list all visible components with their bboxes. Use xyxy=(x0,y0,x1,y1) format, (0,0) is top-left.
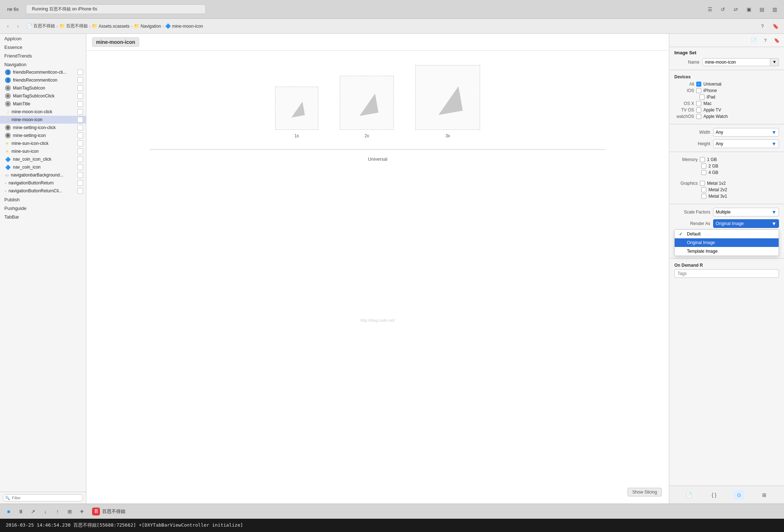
main-layout: AppIcon Essence FriendTrends Navigation … xyxy=(0,34,784,504)
sidebar-item-mine-moon-icon-click[interactable]: ☽ mine-moon-icon-click xyxy=(0,108,86,116)
layout-button[interactable]: ⊞ xyxy=(65,506,75,517)
dropdown-item-original[interactable]: Original Image xyxy=(675,238,779,247)
show-slicing-button[interactable]: Show Slicing xyxy=(628,488,662,496)
sidebar-item-mine-moon-icon[interactable]: ☽ mine-moon-icon xyxy=(0,116,86,124)
sidebar-group-pushguide[interactable]: Pushguide xyxy=(0,203,86,212)
forward-button[interactable]: › xyxy=(14,22,22,31)
right-grid-icon[interactable]: ⊞ xyxy=(759,490,769,500)
sidebar-item-mine-sun-icon[interactable]: ☀ mine-sun-icon xyxy=(0,147,86,155)
sidebar-item-maintitle[interactable]: ≡ MainTitle xyxy=(0,100,86,108)
pause-button[interactable]: ⏸ xyxy=(16,506,26,517)
breadcrumb-item-3[interactable]: 📁 Assets.xcassets xyxy=(92,23,129,29)
sidebar-group-tabbar[interactable]: TabBar xyxy=(0,212,86,221)
slot-divider xyxy=(150,149,605,150)
layout-icon[interactable]: ▤ xyxy=(757,4,767,14)
breadcrumb-item-1[interactable]: 📄 百思不得姐 xyxy=(27,23,55,29)
image-set-title: Image Set xyxy=(669,47,784,57)
sidebar-group-publish[interactable]: Publish xyxy=(0,195,86,203)
metal1v2-checkbox[interactable] xyxy=(700,181,705,186)
item-badge-11 xyxy=(77,156,83,162)
sidebar-group-friendtrends[interactable]: FriendTrends xyxy=(0,51,86,60)
refresh-icon[interactable]: ↺ xyxy=(718,4,728,14)
sidebar-item-navigationbuttonreturncli[interactable]: ‹ navigationButtonReturnCli... xyxy=(0,187,86,195)
step-into-button[interactable]: ↓ xyxy=(40,506,50,517)
sidebar-item-nav-coin-icon[interactable]: 🔷 nav_coin_icon xyxy=(0,163,86,171)
ipad-checkbox[interactable] xyxy=(699,95,705,100)
step-over-button[interactable]: ↗ xyxy=(28,506,38,517)
sidebar-group-navigation[interactable]: Navigation xyxy=(0,60,86,68)
name-input[interactable] xyxy=(702,58,770,66)
slot-area-1x[interactable]: ◢ xyxy=(275,87,318,130)
slot-area-3x[interactable]: ◢ xyxy=(415,65,480,130)
back-forward-icon[interactable]: ⇄ xyxy=(731,4,741,14)
send-button[interactable]: ✈ xyxy=(77,506,87,517)
memory-2gb-row: 2 GB xyxy=(674,163,779,169)
name-input-btn[interactable]: ▼ xyxy=(770,58,779,66)
image-slot-2x[interactable]: ◢ 2x xyxy=(340,76,394,138)
image-slot-3x[interactable]: ◢ 3x xyxy=(415,65,480,138)
sidebar-item-friendsrecommenticon[interactable]: 👤 friendsRecommentIcon xyxy=(0,76,86,84)
sidebar-item-friendsrecommenticon-cli[interactable]: 👤 friendsRecommentIcon-cli... xyxy=(0,68,86,76)
help-icon[interactable]: ? xyxy=(757,21,767,31)
metal3v1-label: Metal 3v1 xyxy=(708,194,727,199)
dropdown-item-template[interactable]: Template Image xyxy=(675,247,779,256)
tags-input[interactable] xyxy=(674,269,779,278)
scale-factors-arrow: ▼ xyxy=(771,209,776,215)
right-braces-icon[interactable]: { } xyxy=(709,490,719,500)
item-label-11: nav_coin_icon_click xyxy=(13,157,75,162)
sidebar-item-mine-setting-icon-click[interactable]: ⚙ mine-setting-icon-click xyxy=(0,124,86,132)
item-label-14: navigationButtonReturn xyxy=(9,180,75,185)
stop-button[interactable]: ■ xyxy=(4,506,14,517)
back-button[interactable]: ‹ xyxy=(4,22,12,31)
iphone-checkbox[interactable] xyxy=(696,88,701,93)
align-icon[interactable]: ☰ xyxy=(705,4,715,14)
appletv-checkbox[interactable] xyxy=(696,107,701,113)
item-badge-7 xyxy=(77,125,83,130)
breadcrumb-item-5[interactable]: 🔷 mine-moon-icon xyxy=(165,23,203,29)
file-icon-btn[interactable]: 📄 xyxy=(749,36,758,45)
sidebar-group-appicon[interactable]: AppIcon xyxy=(0,34,86,42)
sidebar-item-nav-coin-icon-click[interactable]: 🔷 nav_coin_icon_click xyxy=(0,155,86,163)
sidebar-group-essence[interactable]: Essence xyxy=(0,42,86,51)
breadcrumb-item-4[interactable]: 📁 Navigation xyxy=(134,23,161,29)
memory-1gb-checkbox[interactable] xyxy=(700,157,705,162)
memory-4gb-checkbox[interactable] xyxy=(701,170,706,175)
dropdown-item-default[interactable]: ✓ Default xyxy=(675,230,779,238)
filter-input[interactable] xyxy=(3,494,83,501)
mac-checkbox[interactable] xyxy=(696,101,701,106)
render-as-select[interactable]: Original Image ▼ xyxy=(713,219,779,228)
width-select[interactable]: Any ▼ xyxy=(713,128,779,137)
right-circle-icon[interactable]: ⊙ xyxy=(734,490,744,500)
memory-2gb-checkbox[interactable] xyxy=(701,164,706,169)
memory-2gb-label: 2 GB xyxy=(708,164,718,169)
breadcrumb-sep-3: › xyxy=(131,24,132,28)
step-out-button[interactable]: ↑ xyxy=(53,506,63,517)
sidebar-item-maintagsubicon[interactable]: ≡ MainTagSubIcon xyxy=(0,84,86,92)
slot-area-2x[interactable]: ◢ xyxy=(340,76,394,130)
help-icon-btn[interactable]: ? xyxy=(761,36,770,45)
bookmark-icon[interactable]: 🔖 xyxy=(770,21,780,31)
applewatch-checkbox[interactable] xyxy=(696,114,701,119)
image-slot-1x[interactable]: ◢ 1x xyxy=(275,87,318,138)
scale-factors-select[interactable]: Multiple ▼ xyxy=(713,208,779,216)
breadcrumb-sep-2: › xyxy=(89,24,91,28)
breadcrumb-item-2[interactable]: 📁 百思不得姐 xyxy=(59,23,88,29)
item-badge-10 xyxy=(77,148,83,154)
section-divider-3 xyxy=(669,152,784,152)
sidebar-item-navigationbarbackground[interactable]: ▭ navigationbarBackground... xyxy=(0,171,86,179)
filter-wrap: 🔍 xyxy=(3,494,83,501)
sidebar-item-navigationbuttonreturn[interactable]: ‹ navigationButtonReturn xyxy=(0,179,86,187)
bookmark-icon-btn[interactable]: 🔖 xyxy=(772,36,781,45)
right-file-icon[interactable]: 📄 xyxy=(684,490,694,500)
all-checkbox[interactable]: ✓ xyxy=(696,82,701,87)
panel-icon[interactable]: ▣ xyxy=(744,4,754,14)
sidebar-item-mine-setting-icon[interactable]: ⚙ mine-setting-icon xyxy=(0,132,86,139)
section-divider-4 xyxy=(669,204,784,204)
split-icon[interactable]: ▥ xyxy=(770,4,780,14)
metal3v1-checkbox[interactable] xyxy=(701,194,706,199)
sidebar-item-mine-sun-icon-click[interactable]: ☀ mine-sun-icon-click xyxy=(0,139,86,147)
sidebar-item-maintagsubiconclick[interactable]: ≡ MainTagSubIconClick xyxy=(0,92,86,100)
height-select[interactable]: Any ▼ xyxy=(713,139,779,148)
sidebar-scroll[interactable]: AppIcon Essence FriendTrends Navigation … xyxy=(0,34,86,492)
metal2v2-checkbox[interactable] xyxy=(701,187,706,192)
